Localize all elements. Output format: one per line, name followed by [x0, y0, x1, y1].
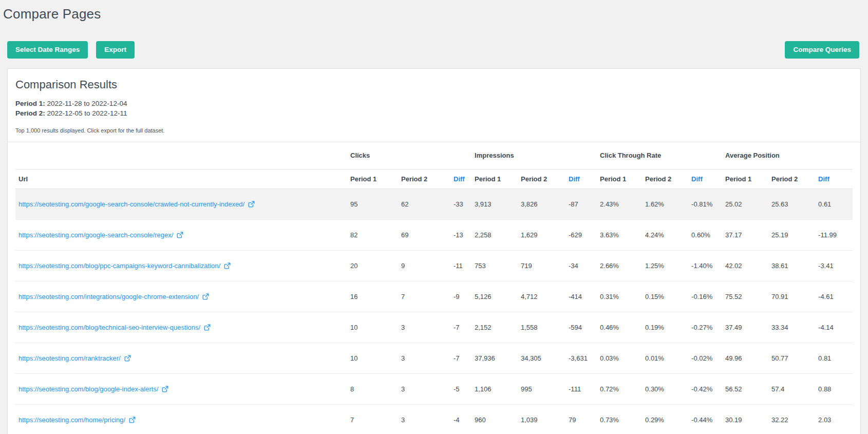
- page-title: Compare Pages: [0, 0, 868, 22]
- url-link[interactable]: https://seotesting.com/blog/technical-se…: [18, 324, 200, 331]
- select-date-ranges-button[interactable]: Select Date Ranges: [7, 41, 88, 59]
- external-link-icon[interactable]: [202, 293, 209, 300]
- metric-value-cell: -3.41: [815, 250, 853, 281]
- metric-value-cell: -1.40%: [688, 250, 722, 281]
- metric-value-cell: 2.43%: [597, 188, 642, 219]
- metric-value-cell: 3,826: [518, 188, 565, 219]
- metric-value-cell: -3,631: [565, 343, 597, 373]
- url-link[interactable]: https://seotesting.com/google-search-con…: [18, 231, 173, 239]
- metric-value-cell: 69: [398, 219, 450, 250]
- column-header-average-position-diff[interactable]: Diff: [815, 169, 853, 188]
- metric-value-cell: -5: [450, 373, 471, 404]
- group-header-click-through-rate: Click Through Rate: [597, 142, 722, 169]
- comparison-results-header: Comparison Results Period 1: 2022-11-28 …: [8, 69, 860, 134]
- column-header-impressions-diff[interactable]: Diff: [565, 169, 597, 188]
- metric-value-cell: -4.14: [815, 312, 853, 343]
- external-link-icon[interactable]: [224, 262, 231, 269]
- compare-queries-button[interactable]: Compare Queries: [785, 41, 859, 59]
- table-row: https://seotesting.com/blog/technical-se…: [15, 312, 853, 343]
- url-link[interactable]: https://seotesting.com/google-search-con…: [18, 200, 244, 208]
- url-cell: https://seotesting.com/integrations/goog…: [15, 281, 347, 312]
- column-header-click-through-rate-period-2: Period 2: [642, 169, 688, 188]
- metric-value-cell: 7: [347, 404, 398, 434]
- metric-value-cell: 1.25%: [642, 250, 688, 281]
- external-link-icon[interactable]: [248, 201, 255, 207]
- column-header-url: Url: [15, 169, 347, 188]
- metric-value-cell: -87: [565, 188, 597, 219]
- group-header-spacer: [15, 142, 347, 169]
- column-header-clicks-diff[interactable]: Diff: [450, 169, 471, 188]
- url-link[interactable]: https://seotesting.com/home/pricing/: [18, 416, 125, 424]
- url-cell: https://seotesting.com/blog/ppc-campaign…: [15, 250, 347, 281]
- external-link-icon[interactable]: [129, 417, 136, 423]
- metric-value-cell: 4,712: [518, 281, 565, 312]
- metric-value-cell: -0.42%: [688, 373, 722, 404]
- table-row: https://seotesting.com/ranktracker/ 103-…: [15, 343, 853, 373]
- url-cell: https://seotesting.com/home/pricing/: [15, 404, 347, 434]
- period-1-line: Period 1: 2022-11-28 to 2022-12-04: [15, 99, 853, 108]
- url-cell: https://seotesting.com/google-search-con…: [15, 188, 347, 219]
- column-header-average-position-period-1: Period 1: [722, 169, 768, 188]
- metric-value-cell: 10: [347, 343, 398, 373]
- export-button[interactable]: Export: [96, 41, 135, 59]
- metric-value-cell: -629: [565, 219, 597, 250]
- metric-value-cell: 25.02: [722, 188, 768, 219]
- url-cell: https://seotesting.com/blog/google-index…: [15, 373, 347, 404]
- metric-value-cell: 42.02: [722, 250, 768, 281]
- metric-value-cell: -414: [565, 281, 597, 312]
- group-header-impressions: Impressions: [471, 142, 597, 169]
- metric-value-cell: 1,106: [471, 373, 518, 404]
- comparison-table: ClicksImpressionsClick Through RateAvera…: [15, 142, 853, 434]
- metric-value-cell: -4.61: [815, 281, 853, 312]
- metric-value-cell: -0.16%: [688, 281, 722, 312]
- column-header-average-position-period-2: Period 2: [768, 169, 815, 188]
- column-header-clicks-period-2: Period 2: [398, 169, 450, 188]
- metric-value-cell: 70.91: [768, 281, 815, 312]
- metric-value-cell: 0.81: [815, 343, 853, 373]
- column-header-row: Url Period 1Period 2DiffPeriod 1Period 2…: [15, 169, 853, 188]
- url-link[interactable]: https://seotesting.com/ranktracker/: [18, 354, 121, 362]
- metric-value-cell: -7: [450, 343, 471, 373]
- metric-value-cell: 32.22: [768, 404, 815, 434]
- column-header-click-through-rate-diff[interactable]: Diff: [688, 169, 722, 188]
- metric-value-cell: 3: [398, 373, 450, 404]
- metric-value-cell: 0.88: [815, 373, 853, 404]
- metric-value-cell: -4: [450, 404, 471, 434]
- metric-value-cell: 1,039: [518, 404, 565, 434]
- metric-value-cell: -34: [565, 250, 597, 281]
- metric-value-cell: -0.44%: [688, 404, 722, 434]
- metric-value-cell: 0.46%: [597, 312, 642, 343]
- period-1-label: Period 1:: [15, 100, 45, 107]
- metric-value-cell: -0.27%: [688, 312, 722, 343]
- metric-value-cell: 57.4: [768, 373, 815, 404]
- metric-value-cell: 7: [398, 281, 450, 312]
- metric-value-cell: 25.63: [768, 188, 815, 219]
- results-note: Top 1,000 results displayed. Click expor…: [15, 127, 853, 134]
- period-2-line: Period 2: 2022-12-05 to 2022-12-11: [15, 108, 853, 118]
- metric-value-cell: 49.96: [722, 343, 768, 373]
- metric-value-cell: 0.15%: [642, 281, 688, 312]
- url-link[interactable]: https://seotesting.com/blog/google-index…: [18, 385, 158, 393]
- table-row: https://seotesting.com/google-search-con…: [15, 188, 853, 219]
- metric-value-cell: 8: [347, 373, 398, 404]
- metric-value-cell: 37.49: [722, 312, 768, 343]
- metric-value-cell: 3.63%: [597, 219, 642, 250]
- external-link-icon[interactable]: [177, 232, 183, 238]
- metric-value-cell: 1,558: [518, 312, 565, 343]
- url-link[interactable]: https://seotesting.com/blog/ppc-campaign…: [18, 262, 220, 270]
- period-2-value: 2022-12-05 to 2022-12-11: [47, 109, 127, 117]
- external-link-icon[interactable]: [162, 386, 168, 392]
- external-link-icon[interactable]: [124, 355, 131, 362]
- external-link-icon[interactable]: [204, 324, 211, 331]
- metric-value-cell: 2.66%: [597, 250, 642, 281]
- url-link[interactable]: https://seotesting.com/integrations/goog…: [18, 293, 199, 300]
- metric-value-cell: 0.61: [815, 188, 853, 219]
- metric-value-cell: 25.19: [768, 219, 815, 250]
- metric-value-cell: -7: [450, 312, 471, 343]
- metric-value-cell: 0.29%: [642, 404, 688, 434]
- table-row: https://seotesting.com/blog/ppc-campaign…: [15, 250, 853, 281]
- metric-value-cell: 5,126: [471, 281, 518, 312]
- metric-value-cell: 1.62%: [642, 188, 688, 219]
- metric-value-cell: 4.24%: [642, 219, 688, 250]
- table-row: https://seotesting.com/home/pricing/ 73-…: [15, 404, 853, 434]
